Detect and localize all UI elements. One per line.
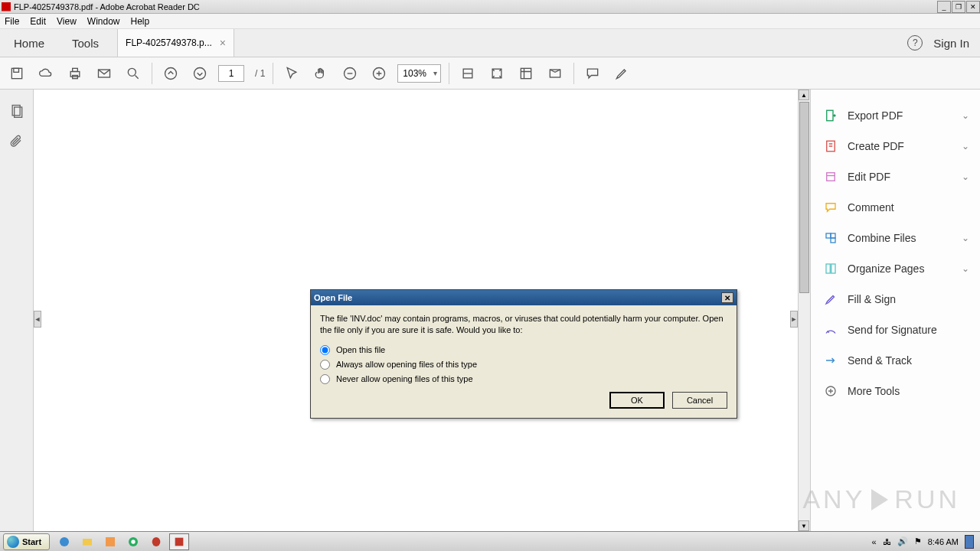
scroll-left-handle[interactable]: ◄ (34, 311, 41, 328)
save-icon[interactable] (6, 63, 28, 84)
fit-page-icon[interactable] (486, 63, 508, 84)
start-button[interactable]: Start (3, 533, 50, 550)
svg-point-31 (152, 537, 161, 546)
tray-flag-icon[interactable]: ⚑ (914, 536, 922, 546)
attachments-icon[interactable] (9, 134, 24, 152)
radio-always-allow-input[interactable] (320, 360, 330, 370)
taskbar-app-acrobat[interactable] (169, 533, 189, 550)
hand-icon[interactable] (310, 63, 332, 84)
tray-volume-icon[interactable]: 🔊 (897, 536, 908, 546)
tools-panel-item-send-track[interactable]: Send & Track (811, 345, 980, 376)
page-up-icon[interactable] (160, 63, 181, 84)
tools-panel-item-more-tools[interactable]: More Tools (811, 376, 980, 406)
radio-always-allow[interactable]: Always allow opening files of this type (320, 360, 727, 370)
menu-view[interactable]: View (57, 16, 77, 27)
scroll-right-handle[interactable]: ► (790, 311, 798, 328)
radio-open-this-file[interactable]: Open this file (320, 345, 727, 355)
tools-panel-item-edit-pdf[interactable]: Edit PDF⌄ (811, 161, 980, 192)
tools-panel-icon (822, 383, 840, 399)
ok-button[interactable]: OK (609, 392, 665, 409)
cloud-icon[interactable] (35, 63, 57, 84)
scroll-thumb[interactable] (799, 102, 809, 293)
page-number-input[interactable] (218, 65, 244, 82)
vertical-scrollbar[interactable]: ▲ ▼ (798, 90, 810, 531)
tools-panel-icon (822, 200, 840, 215)
tools-panel-item-export-pdf[interactable]: Export PDF⌄ (811, 100, 980, 131)
window-titlebar: FLP-4025749378.pdf - Adobe Acrobat Reade… (0, 0, 980, 14)
comment-icon[interactable] (582, 63, 603, 84)
page-total-label: / 1 (255, 68, 265, 79)
close-button[interactable]: ✕ (966, 1, 980, 13)
menu-edit[interactable]: Edit (30, 16, 46, 27)
svg-point-6 (128, 68, 136, 76)
menu-bar: File Edit View Window Help (0, 14, 980, 29)
taskbar-app-opera[interactable] (146, 533, 166, 550)
taskbar-app-media[interactable] (100, 533, 120, 550)
tray-clock[interactable]: 8:46 AM (928, 537, 959, 546)
radio-never-allow[interactable]: Never allow opening files of this type (320, 374, 727, 384)
minimize-button[interactable]: _ (937, 1, 951, 13)
chevron-down-icon: ⌄ (962, 110, 969, 121)
tab-document[interactable]: FLP-4025749378.p... × (117, 29, 234, 57)
svg-rect-32 (175, 537, 184, 546)
tools-panel-item-organize-pages[interactable]: Organize Pages⌄ (811, 253, 980, 284)
svg-rect-22 (831, 233, 835, 238)
start-label: Start (22, 537, 41, 546)
read-mode-icon[interactable] (544, 63, 566, 84)
menu-window[interactable]: Window (87, 16, 120, 27)
sign-in-link[interactable]: Sign In (933, 37, 969, 50)
highlight-icon[interactable] (611, 63, 632, 84)
tools-panel-item-send-for-signature[interactable]: Send for Signature (811, 315, 980, 345)
chevron-down-icon: ⌄ (962, 141, 969, 152)
help-icon[interactable]: ? (907, 35, 923, 51)
document-view[interactable]: ◄ ► Open File ✕ The file 'INV.doc' may c… (34, 90, 798, 531)
radio-open-this-file-input[interactable] (320, 345, 330, 355)
print-icon[interactable] (64, 63, 86, 84)
zoom-select[interactable]: 103% (397, 64, 441, 83)
scroll-down-button[interactable]: ▼ (799, 520, 809, 531)
radio-never-allow-input[interactable] (320, 374, 330, 384)
svg-rect-23 (826, 264, 830, 273)
tools-panel-item-combine-files[interactable]: Combine Files⌄ (811, 223, 980, 253)
taskbar-app-chrome[interactable] (123, 533, 143, 550)
taskbar: Start « 🖧 🔊 ⚑ 8:46 AM (0, 531, 980, 551)
dialog-close-icon[interactable]: ✕ (721, 292, 733, 303)
fullscreen-icon[interactable] (515, 63, 537, 84)
svg-rect-20 (826, 233, 831, 238)
tray-network-icon[interactable]: 🖧 (883, 537, 891, 546)
tab-close-icon[interactable]: × (220, 37, 226, 49)
scroll-up-button[interactable]: ▲ (799, 90, 809, 100)
tools-panel-item-comment[interactable]: Comment (811, 192, 980, 223)
page-down-icon[interactable] (189, 63, 211, 84)
zoom-out-icon[interactable] (339, 63, 361, 84)
cancel-button[interactable]: Cancel (672, 392, 727, 409)
pointer-icon[interactable] (281, 63, 302, 84)
svg-rect-24 (831, 264, 835, 273)
search-icon[interactable] (122, 63, 144, 84)
thumbnails-icon[interactable] (9, 103, 24, 122)
tray-expand-icon[interactable]: « (872, 537, 877, 546)
menu-help[interactable]: Help (131, 16, 150, 27)
tray-show-desktop[interactable] (965, 535, 974, 549)
menu-file[interactable]: File (5, 16, 19, 27)
chevron-down-icon: ⌄ (962, 233, 969, 243)
dialog-titlebar: Open File ✕ (311, 290, 737, 305)
tools-panel-item-fill-sign[interactable]: Fill & Sign (811, 284, 980, 315)
tab-row: Home Tools FLP-4025749378.p... × ? Sign … (0, 29, 980, 57)
zoom-in-icon[interactable] (368, 63, 390, 84)
tab-document-label: FLP-4025749378.p... (126, 37, 212, 48)
taskbar-app-ie[interactable] (54, 533, 74, 550)
taskbar-app-explorer[interactable] (77, 533, 97, 550)
tools-panel-item-create-pdf[interactable]: Create PDF⌄ (811, 131, 980, 161)
dialog-title-text: Open File (314, 293, 352, 302)
tab-home[interactable]: Home (0, 29, 58, 57)
tools-panel-icon (822, 139, 840, 154)
tools-panel-label: Send for Signature (848, 324, 937, 336)
fit-width-icon[interactable] (457, 63, 479, 84)
mail-icon[interactable] (93, 63, 115, 84)
radio-open-this-file-label: Open this file (336, 345, 385, 354)
tools-panel: Export PDF⌄Create PDF⌄Edit PDF⌄CommentCo… (810, 90, 980, 531)
maximize-button[interactable]: ❐ (952, 1, 965, 13)
tab-tools[interactable]: Tools (58, 29, 113, 57)
toolbar: / 1 103% (0, 57, 980, 90)
